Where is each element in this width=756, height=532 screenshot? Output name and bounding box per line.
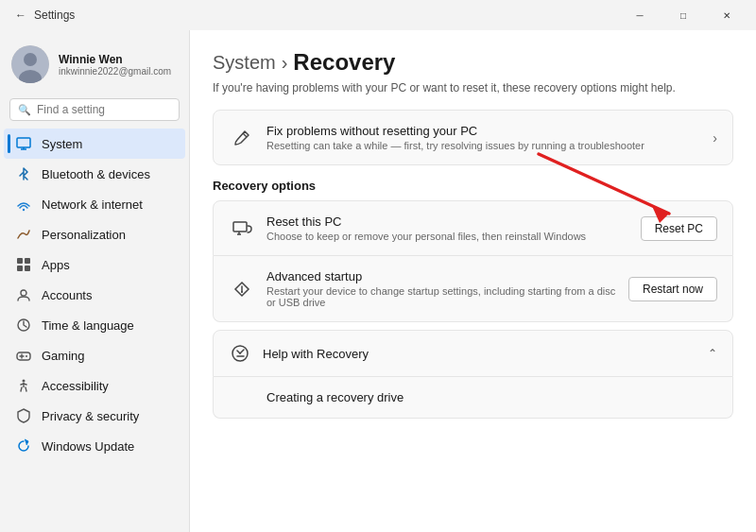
sidebar-item-system[interactable]: System <box>4 129 185 159</box>
close-button[interactable]: ✕ <box>705 0 748 30</box>
advanced-card-desc: Restart your device to change startup se… <box>266 285 617 308</box>
fix-card-title: Fix problems without resetting your PC <box>266 124 701 138</box>
svg-rect-10 <box>25 266 30 271</box>
fix-card-desc: Resetting can take a while — first, try … <box>266 140 701 151</box>
svg-line-29 <box>240 350 244 353</box>
sidebar-item-accessibility[interactable]: Accessibility <box>4 370 185 401</box>
svg-rect-9 <box>17 266 23 271</box>
svg-rect-3 <box>17 138 30 147</box>
svg-rect-8 <box>25 258 30 264</box>
help-section-chevron-icon: ⌃ <box>708 347 717 360</box>
breadcrumb: System › Recovery <box>213 49 733 76</box>
search-icon: 🔍 <box>18 104 31 116</box>
main-container: Winnie Wen inkwinnie2022@gmail.com 🔍 Sys… <box>0 30 756 532</box>
reset-pc-card[interactable]: Reset this PC Choose to keep or remove y… <box>213 200 733 256</box>
maximize-button[interactable]: □ <box>662 0 705 30</box>
user-name: Winnie Wen <box>59 53 171 66</box>
personalization-icon <box>15 226 32 243</box>
svg-line-19 <box>243 133 247 137</box>
sidebar-item-label-accounts: Accounts <box>42 288 92 302</box>
content-area: System › Recovery If you're having probl… <box>189 30 756 532</box>
network-icon <box>15 196 32 213</box>
sidebar-item-label-accessibility: Accessibility <box>42 379 109 393</box>
reset-pc-button[interactable]: Reset PC <box>641 216 717 241</box>
sidebar-item-label-apps: Apps <box>42 258 70 272</box>
user-profile[interactable]: Winnie Wen inkwinnie2022@gmail.com <box>0 38 189 98</box>
privacy-icon <box>15 407 32 424</box>
sidebar-item-label-personalization: Personalization <box>42 228 126 242</box>
user-email: inkwinnie2022@gmail.com <box>59 66 171 77</box>
advanced-icon <box>229 276 255 302</box>
app-title: Settings <box>34 9 618 22</box>
sidebar-item-personalization[interactable]: Personalization <box>4 219 185 249</box>
bluetooth-icon <box>15 165 32 182</box>
advanced-card-title: Advanced startup <box>266 269 617 283</box>
reset-card-action[interactable]: Reset PC <box>641 216 717 241</box>
sidebar-item-accounts[interactable]: Accounts <box>4 280 185 310</box>
sidebar-item-label-network: Network & internet <box>42 197 143 212</box>
sidebar-item-label-bluetooth: Bluetooth & devices <box>42 167 150 181</box>
help-section-header[interactable]: Help with Recovery ⌃ <box>213 330 733 377</box>
window-controls: ─ □ ✕ <box>618 0 748 30</box>
titlebar: ← Settings ─ □ ✕ <box>0 0 756 30</box>
creating-recovery-drive-link[interactable]: Creating a recovery drive <box>266 386 717 408</box>
sidebar-item-label-privacy: Privacy & security <box>42 409 139 423</box>
help-section-title: Help with Recovery <box>263 347 696 361</box>
svg-point-1 <box>24 53 37 66</box>
breadcrumb-current: Recovery <box>293 49 395 76</box>
sidebar-item-label-time: Time & language <box>42 318 134 333</box>
breadcrumb-separator: › <box>282 52 288 74</box>
sidebar-item-network[interactable]: Network & internet <box>4 189 185 219</box>
fix-chevron-icon: › <box>713 130 717 146</box>
sidebar-item-bluetooth[interactable]: Bluetooth & devices <box>4 159 185 189</box>
fix-icon <box>229 125 255 151</box>
sidebar-item-label-update: Windows Update <box>42 439 134 454</box>
search-box[interactable]: 🔍 <box>9 98 180 121</box>
advanced-card-text: Advanced startup Restart your device to … <box>266 269 617 308</box>
help-section-body: Creating a recovery drive <box>213 377 733 419</box>
fix-card-text: Fix problems without resetting your PC R… <box>266 124 701 151</box>
gaming-icon <box>15 347 32 364</box>
update-icon <box>15 438 32 455</box>
svg-point-11 <box>21 290 26 296</box>
reset-card-text: Reset this PC Choose to keep or remove y… <box>266 215 629 242</box>
search-input[interactable] <box>37 103 171 116</box>
help-recovery-section: Help with Recovery ⌃ Creating a recovery… <box>213 330 733 419</box>
advanced-card-action[interactable]: Restart now <box>628 277 717 301</box>
back-button[interactable]: ← <box>8 2 34 28</box>
minimize-button[interactable]: ─ <box>618 0 662 30</box>
svg-point-26 <box>241 291 243 293</box>
help-icon <box>229 342 251 365</box>
svg-point-6 <box>23 209 25 211</box>
sidebar-item-apps[interactable]: Apps <box>4 249 185 280</box>
recovery-options-label: Recovery options <box>213 179 733 193</box>
user-info: Winnie Wen inkwinnie2022@gmail.com <box>59 53 171 77</box>
sidebar-item-gaming[interactable]: Gaming <box>4 340 185 370</box>
svg-rect-22 <box>233 222 247 232</box>
system-icon <box>15 135 32 152</box>
sidebar-item-privacy[interactable]: Privacy & security <box>4 401 185 431</box>
sidebar-item-time[interactable]: Time & language <box>4 310 185 340</box>
breadcrumb-parent[interactable]: System <box>213 52 276 74</box>
reset-card-desc: Choose to keep or remove your personal f… <box>266 231 629 242</box>
svg-point-17 <box>23 380 26 383</box>
sidebar: Winnie Wen inkwinnie2022@gmail.com 🔍 Sys… <box>0 30 189 532</box>
reset-icon <box>229 215 255 242</box>
time-icon <box>15 317 32 334</box>
fix-card-action: › <box>713 130 717 146</box>
restart-now-button[interactable]: Restart now <box>628 277 717 301</box>
advanced-startup-card[interactable]: Advanced startup Restart your device to … <box>213 256 733 322</box>
accounts-icon <box>15 286 32 303</box>
svg-point-16 <box>26 355 27 357</box>
sidebar-item-label-gaming: Gaming <box>42 349 85 363</box>
svg-rect-7 <box>17 258 23 264</box>
apps-icon <box>15 256 32 273</box>
sidebar-item-update[interactable]: Windows Update <box>4 431 185 461</box>
reset-card-title: Reset this PC <box>266 215 629 229</box>
fix-problems-card[interactable]: Fix problems without resetting your PC R… <box>213 110 733 165</box>
accessibility-icon <box>15 377 32 394</box>
sidebar-item-label-system: System <box>42 137 82 151</box>
avatar <box>11 45 49 83</box>
sidebar-nav: System Bluetooth & devices Network & int… <box>0 129 189 461</box>
page-subtitle: If you're having problems with your PC o… <box>213 81 733 94</box>
